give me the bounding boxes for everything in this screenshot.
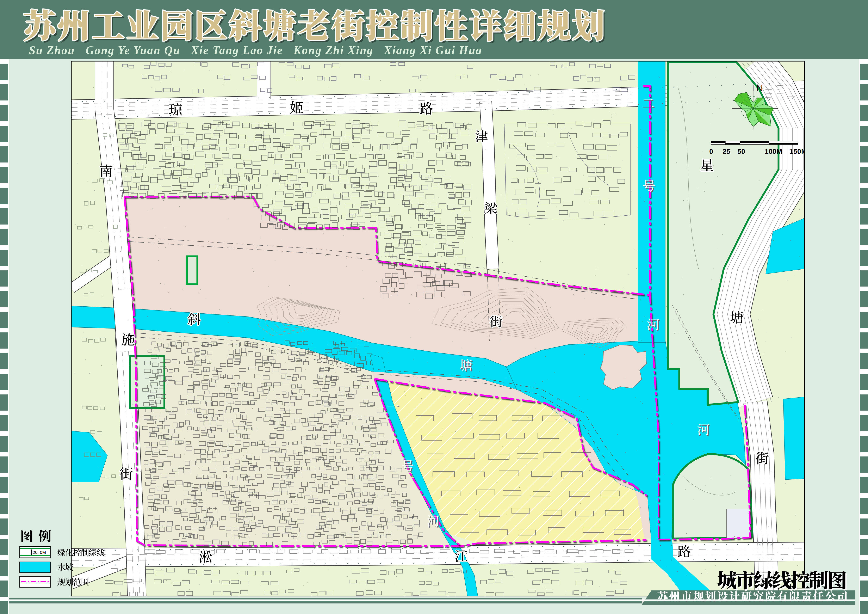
svg-text:N: N: [756, 83, 763, 93]
svg-text:25: 25: [722, 147, 730, 155]
svg-text:100M: 100M: [765, 147, 782, 155]
svg-text:20. 0M: 20. 0M: [33, 550, 46, 555]
svg-text:50: 50: [738, 147, 745, 155]
svg-text:Su Zhou Gong Ye Yuan Qu Xi: Su Zhou Gong Ye Yuan Qu Xie Tang Lao Jie…: [29, 44, 482, 57]
svg-text:0: 0: [709, 147, 713, 155]
